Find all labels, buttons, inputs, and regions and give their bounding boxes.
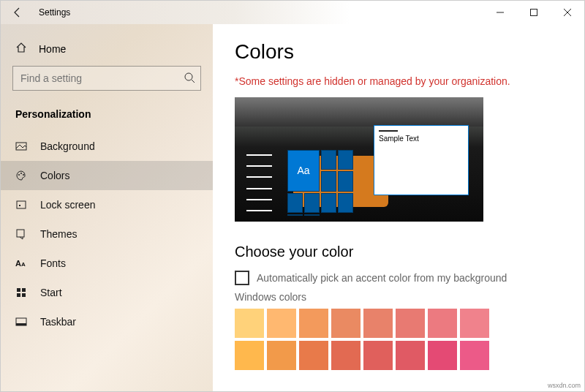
svg-line-3 (192, 80, 195, 83)
color-swatch[interactable] (299, 341, 328, 370)
sidebar-item-themes[interactable]: Themes (1, 219, 213, 249)
sidebar-item-fonts[interactable]: AA Fonts (1, 249, 213, 278)
home-icon (15, 42, 27, 56)
auto-accent-label: Automatically pick an accent color from … (257, 272, 507, 284)
nav-list: Background Colors Lock screen Themes AA … (1, 132, 213, 336)
color-swatch[interactable] (235, 341, 264, 370)
color-swatch[interactable] (299, 309, 328, 338)
svg-point-5 (18, 174, 20, 176)
color-swatch[interactable] (363, 341, 393, 370)
color-swatch[interactable] (460, 341, 489, 370)
org-warning: *Some settings are hidden or managed by … (235, 75, 562, 87)
sidebar-item-start[interactable]: Start (1, 278, 213, 307)
svg-rect-1 (531, 10, 537, 16)
attribution: wsxdn.com (548, 382, 581, 389)
maximize-button[interactable] (517, 1, 551, 24)
svg-rect-8 (17, 201, 26, 208)
color-swatch[interactable] (363, 309, 393, 338)
page-heading: Colors (235, 40, 562, 64)
preview-sample-window: Sample Text (374, 125, 469, 195)
palette-icon (15, 170, 27, 181)
color-swatch[interactable] (428, 309, 457, 338)
category-heading: Personalization (1, 104, 213, 132)
sidebar-item-taskbar[interactable]: Taskbar (1, 307, 213, 336)
svg-point-7 (23, 174, 24, 176)
preview-tile-accent: Aa (287, 150, 320, 192)
sidebar-item-label: Start (40, 287, 62, 298)
svg-rect-9 (19, 205, 20, 206)
search-input[interactable] (12, 66, 201, 91)
search-field-wrap (12, 66, 201, 91)
preview-start-tiles: Aa (244, 150, 353, 216)
sidebar-item-label: Fonts (40, 257, 66, 269)
themes-icon (15, 228, 27, 240)
color-swatch[interactable] (460, 309, 489, 338)
color-swatch[interactable] (428, 341, 457, 370)
preview-sample-text: Sample Text (374, 135, 468, 143)
svg-rect-14 (22, 293, 26, 297)
svg-point-2 (185, 73, 192, 80)
minimize-button[interactable] (483, 1, 517, 24)
windows-colors-label: Windows colors (235, 291, 562, 303)
sidebar-item-lock-screen[interactable]: Lock screen (1, 190, 213, 219)
lock-screen-icon (15, 199, 27, 211)
color-preview: Aa Sample Text (235, 97, 483, 222)
fonts-icon: AA (15, 259, 27, 268)
color-swatch[interactable] (331, 341, 361, 370)
main-content: Colors *Some settings are hidden or mana… (213, 24, 584, 391)
home-link[interactable]: Home (1, 37, 213, 66)
search-icon (184, 72, 195, 86)
color-swatch[interactable] (267, 341, 296, 370)
sidebar-item-label: Colors (40, 170, 69, 181)
svg-point-6 (20, 173, 22, 174)
window-title: Settings (34, 7, 483, 18)
sidebar-item-label: Lock screen (40, 199, 95, 211)
sidebar-item-label: Themes (40, 228, 78, 240)
taskbar-icon (15, 316, 27, 328)
home-label: Home (39, 43, 66, 55)
color-swatch[interactable] (396, 309, 425, 338)
color-swatch[interactable] (235, 309, 264, 338)
back-button[interactable] (1, 1, 34, 24)
start-icon (15, 287, 27, 298)
svg-rect-10 (17, 230, 24, 237)
sidebar-item-background[interactable]: Background (1, 132, 213, 161)
sidebar-item-colors[interactable]: Colors (1, 161, 213, 190)
color-swatch[interactable] (396, 341, 425, 370)
svg-rect-12 (22, 288, 26, 292)
picture-icon (15, 140, 27, 152)
sidebar-item-label: Background (40, 140, 95, 152)
svg-rect-16 (16, 323, 26, 325)
close-button[interactable] (551, 1, 584, 24)
sidebar-item-label: Taskbar (40, 316, 76, 328)
svg-rect-13 (17, 293, 20, 297)
auto-accent-checkbox[interactable] (235, 271, 249, 285)
color-swatch-grid (235, 309, 562, 370)
svg-rect-11 (17, 288, 20, 292)
sidebar: Home Personalization Background Colors (1, 24, 213, 391)
color-swatch[interactable] (331, 309, 361, 338)
choose-color-heading: Choose your color (235, 244, 562, 260)
color-swatch[interactable] (267, 309, 296, 338)
